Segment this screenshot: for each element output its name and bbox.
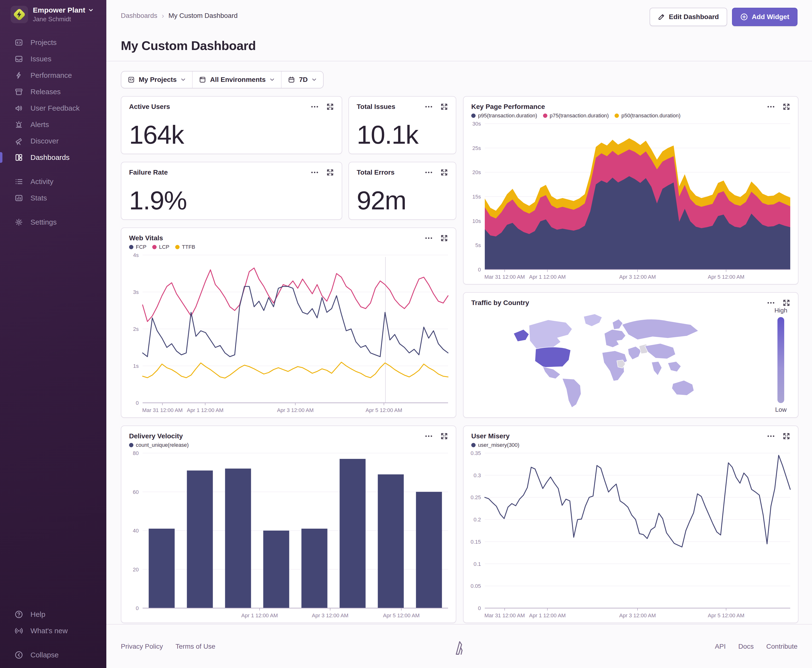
sidebar-item-whats-new[interactable]: What's new bbox=[0, 623, 106, 639]
widget-expand-button[interactable] bbox=[782, 432, 790, 440]
sidebar-item-activity[interactable]: Activity bbox=[0, 174, 106, 190]
sidebar-item-user-feedback[interactable]: User Feedback bbox=[0, 100, 106, 117]
inbox-icon bbox=[15, 55, 23, 63]
widget-menu-button[interactable] bbox=[767, 432, 775, 440]
stat-value: 10.1k bbox=[357, 122, 418, 148]
environments-icon bbox=[199, 76, 206, 84]
sidebar-item-discover[interactable]: Discover bbox=[0, 133, 106, 149]
svg-text:Apr 1 12:00 AM: Apr 1 12:00 AM bbox=[241, 613, 278, 618]
user-misery-chart[interactable]: 00.050.10.150.20.250.30.35Mar 31 12:00 A… bbox=[464, 449, 795, 621]
legend-item: p50(transaction.duration) bbox=[614, 112, 681, 119]
footer-link[interactable]: API bbox=[715, 643, 726, 650]
legend-item: FCP bbox=[129, 244, 146, 250]
svg-text:3s: 3s bbox=[133, 289, 139, 295]
user-name: Jane Schmidt bbox=[33, 15, 94, 23]
org-logo-icon bbox=[11, 6, 28, 23]
svg-text:25s: 25s bbox=[472, 145, 481, 151]
widget-title: Key Page Performance bbox=[471, 103, 545, 110]
widget-menu-button[interactable] bbox=[311, 169, 318, 176]
breadcrumb: Dashboards › My Custom Dashboard bbox=[121, 12, 238, 20]
footer-link[interactable]: Terms of Use bbox=[176, 643, 215, 650]
sidebar-item-alerts[interactable]: Alerts bbox=[0, 117, 106, 133]
sidebar-item-label: Alerts bbox=[30, 120, 49, 129]
widget-menu-button[interactable] bbox=[425, 103, 433, 110]
chevron-down-icon bbox=[88, 7, 94, 13]
svg-text:40: 40 bbox=[133, 528, 139, 534]
main-content: Dashboards › My Custom Dashboard My Cust… bbox=[106, 0, 812, 668]
widget-traffic-by-country: Traffic by Country bbox=[463, 292, 799, 418]
archive-icon bbox=[15, 87, 23, 96]
svg-text:0.3: 0.3 bbox=[474, 473, 481, 478]
widget-menu-button[interactable] bbox=[767, 103, 775, 110]
widget-delivery-velocity: Delivery Velocity count_unique(release) … bbox=[121, 426, 456, 623]
map-legend-high: High bbox=[775, 307, 787, 314]
legend-item: user_misery(300) bbox=[471, 442, 519, 448]
sidebar-item-performance[interactable]: Performance bbox=[0, 67, 106, 84]
sidebar-item-label: What's new bbox=[30, 627, 68, 635]
plus-circle-icon bbox=[740, 13, 748, 21]
sidebar-item-dashboards[interactable]: Dashboards bbox=[0, 149, 106, 166]
world-map-svg bbox=[497, 311, 725, 407]
gear-icon bbox=[15, 218, 23, 227]
sidebar: Empower Plant Jane Schmidt ProjectsIssue… bbox=[0, 0, 106, 668]
legend-item: p75(transaction.duration) bbox=[543, 112, 609, 119]
widget-expand-button[interactable] bbox=[782, 299, 790, 307]
key-page-performance-chart[interactable]: 05s10s15s20s25s30sMar 31 12:00 AMApr 1 1… bbox=[464, 120, 795, 282]
breadcrumb-dashboards-link[interactable]: Dashboards bbox=[121, 12, 157, 20]
svg-text:2s: 2s bbox=[133, 326, 139, 332]
chart-legend: count_unique(release) bbox=[121, 440, 456, 448]
broadcast-icon bbox=[15, 626, 23, 635]
page-footer: Privacy PolicyTerms of Use APIDocsContri… bbox=[106, 624, 812, 668]
chevron-left-circle-icon bbox=[15, 651, 23, 659]
svg-text:15s: 15s bbox=[472, 194, 481, 200]
chart-legend: user_misery(300) bbox=[464, 440, 798, 448]
svg-text:4s: 4s bbox=[133, 252, 139, 258]
date-range-filter[interactable]: 7D bbox=[281, 72, 323, 88]
widget-expand-button[interactable] bbox=[326, 169, 334, 176]
org-switcher[interactable]: Empower Plant Jane Schmidt bbox=[11, 6, 94, 23]
add-widget-button[interactable]: Add Widget bbox=[732, 8, 797, 26]
sidebar-item-projects[interactable]: Projects bbox=[0, 34, 106, 51]
widget-menu-button[interactable] bbox=[767, 299, 775, 307]
footer-link[interactable]: Privacy Policy bbox=[121, 643, 163, 650]
sidebar-item-label: Performance bbox=[30, 71, 72, 79]
widget-expand-button[interactable] bbox=[440, 169, 448, 176]
svg-text:80: 80 bbox=[133, 450, 139, 456]
widget-menu-button[interactable] bbox=[311, 103, 318, 110]
widget-expand-button[interactable] bbox=[440, 234, 448, 242]
widget-failure-rate: Failure Rate 1.9% bbox=[121, 162, 342, 220]
stat-value: 164k bbox=[129, 122, 184, 148]
widget-expand-button[interactable] bbox=[440, 103, 448, 110]
svg-text:Apr 5 12:00 AM: Apr 5 12:00 AM bbox=[708, 274, 745, 280]
web-vitals-chart[interactable]: 01s2s3s4sMar 31 12:00 AMApr 1 12:00 AMAp… bbox=[122, 251, 453, 416]
delivery-velocity-chart[interactable]: 020406080Apr 1 12:00 AMApr 3 12:00 AMApr… bbox=[122, 449, 453, 621]
widget-total-errors: Total Errors 92m bbox=[348, 162, 456, 220]
widget-expand-button[interactable] bbox=[326, 103, 334, 110]
sidebar-item-collapse[interactable]: Collapse bbox=[0, 647, 106, 663]
region-mexico bbox=[543, 367, 561, 379]
sidebar-item-settings[interactable]: Settings bbox=[0, 214, 106, 230]
project-filter[interactable]: My Projects bbox=[121, 72, 192, 88]
sidebar-item-label: Collapse bbox=[30, 651, 59, 659]
widget-menu-button[interactable] bbox=[425, 432, 433, 440]
widget-title: Delivery Velocity bbox=[129, 432, 183, 440]
widget-expand-button[interactable] bbox=[440, 432, 448, 440]
widget-menu-button[interactable] bbox=[425, 169, 433, 176]
sidebar-item-issues[interactable]: Issues bbox=[0, 51, 106, 67]
sidebar-item-releases[interactable]: Releases bbox=[0, 84, 106, 100]
sidebar-item-stats[interactable]: Stats bbox=[0, 190, 106, 206]
sidebar-item-help[interactable]: Help bbox=[0, 606, 106, 623]
sidebar-item-label: Activity bbox=[30, 177, 54, 186]
svg-text:0: 0 bbox=[136, 400, 139, 406]
footer-link[interactable]: Docs bbox=[738, 643, 754, 650]
widget-menu-button[interactable] bbox=[425, 234, 433, 242]
environment-filter[interactable]: All Environments bbox=[192, 72, 281, 88]
widget-expand-button[interactable] bbox=[782, 103, 790, 110]
svg-text:5s: 5s bbox=[475, 242, 481, 248]
world-map[interactable]: High Low bbox=[464, 307, 798, 418]
sidebar-item-label: Stats bbox=[30, 194, 47, 202]
edit-dashboard-button[interactable]: Edit Dashboard bbox=[650, 8, 727, 26]
footer-link[interactable]: Contribute bbox=[766, 643, 797, 650]
legend-item: count_unique(release) bbox=[129, 442, 189, 448]
widget-title: Failure Rate bbox=[129, 169, 168, 176]
